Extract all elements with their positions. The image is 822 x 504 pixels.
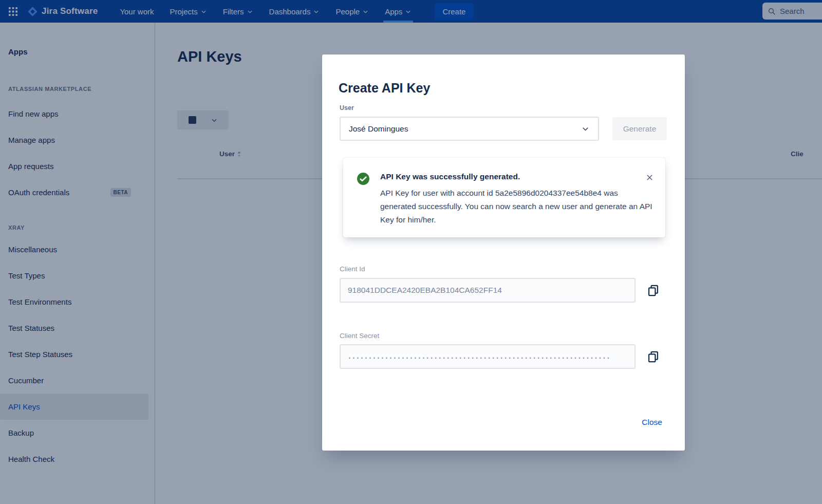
flag-text: API Key was successfully generated. API … — [380, 172, 653, 227]
close-flag-icon[interactable] — [645, 173, 654, 182]
flag-title: API Key was successfully generated. — [380, 172, 653, 181]
success-flag: API Key was successfully generated. API … — [343, 158, 665, 237]
modal-title: Create API Key — [339, 81, 430, 96]
generate-button[interactable]: Generate — [612, 117, 667, 140]
user-label: User — [340, 104, 354, 111]
success-check-icon — [357, 172, 370, 185]
client-id-label: Client Id — [340, 265, 365, 273]
create-api-key-modal: Create API Key User José Domingues Gener… — [322, 54, 685, 451]
client-id-input[interactable] — [340, 278, 636, 303]
client-secret-label: Client Secret — [340, 332, 379, 340]
page: Jira Software Your work Projects Filters… — [0, 0, 822, 504]
copy-client-secret-button[interactable] — [644, 347, 662, 366]
close-button[interactable]: Close — [642, 418, 662, 427]
user-select[interactable]: José Domingues — [340, 117, 599, 141]
copy-client-id-button[interactable] — [644, 281, 662, 300]
flag-body: API Key for user with account id 5a2e589… — [380, 186, 653, 227]
chevron-down-icon — [581, 124, 590, 133]
user-select-value: José Domingues — [349, 124, 408, 134]
client-secret-input[interactable] — [340, 344, 636, 369]
